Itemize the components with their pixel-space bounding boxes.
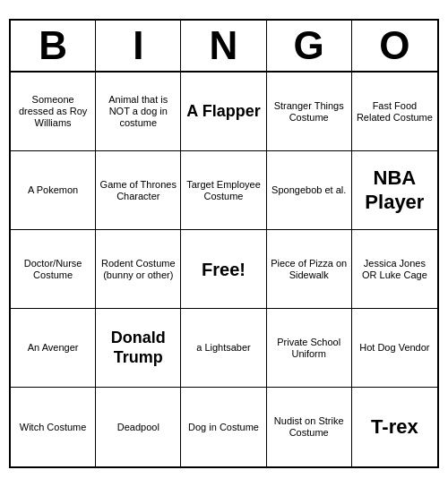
bingo-cell-5: A Pokemon <box>11 151 96 230</box>
bingo-cell-4: Fast Food Related Costume <box>352 73 437 151</box>
bingo-cell-3: Stranger Things Costume <box>267 73 352 151</box>
bingo-letter-i: I <box>96 21 181 71</box>
bingo-cell-20: Witch Costume <box>11 388 96 466</box>
bingo-cell-15: An Avenger <box>11 309 96 388</box>
bingo-cell-23: Nudist on Strike Costume <box>267 388 352 466</box>
bingo-cell-7: Target Employee Costume <box>181 151 266 230</box>
bingo-cell-9: NBA Player <box>352 151 437 230</box>
bingo-cell-22: Dog in Costume <box>181 388 266 466</box>
bingo-cell-8: Spongebob et al. <box>267 151 352 230</box>
bingo-cell-11: Rodent Costume (bunny or other) <box>96 230 181 309</box>
bingo-cell-13: Piece of Pizza on Sidewalk <box>267 230 352 309</box>
bingo-header: BINGO <box>11 21 437 73</box>
bingo-cell-21: Deadpool <box>96 388 181 466</box>
bingo-cell-10: Doctor/Nurse Costume <box>11 230 96 309</box>
bingo-cell-16: Donald Trump <box>96 309 181 388</box>
bingo-cell-6: Game of Thrones Character <box>96 151 181 230</box>
bingo-card: BINGO Someone dressed as Roy WilliamsAni… <box>9 19 439 468</box>
bingo-grid: Someone dressed as Roy WilliamsAnimal th… <box>11 73 437 466</box>
bingo-cell-2: A Flapper <box>181 73 266 151</box>
bingo-letter-b: B <box>11 21 96 71</box>
bingo-letter-o: O <box>352 21 437 71</box>
bingo-cell-24: T-rex <box>352 388 437 466</box>
bingo-cell-18: Private School Uniform <box>267 309 352 388</box>
bingo-cell-12: Free! <box>181 230 266 309</box>
bingo-cell-0: Someone dressed as Roy Williams <box>11 73 96 151</box>
bingo-cell-14: Jessica Jones OR Luke Cage <box>352 230 437 309</box>
bingo-letter-n: N <box>181 21 266 71</box>
bingo-cell-19: Hot Dog Vendor <box>352 309 437 388</box>
bingo-cell-17: a Lightsaber <box>181 309 266 388</box>
bingo-cell-1: Animal that is NOT a dog in costume <box>96 73 181 151</box>
bingo-letter-g: G <box>267 21 352 71</box>
